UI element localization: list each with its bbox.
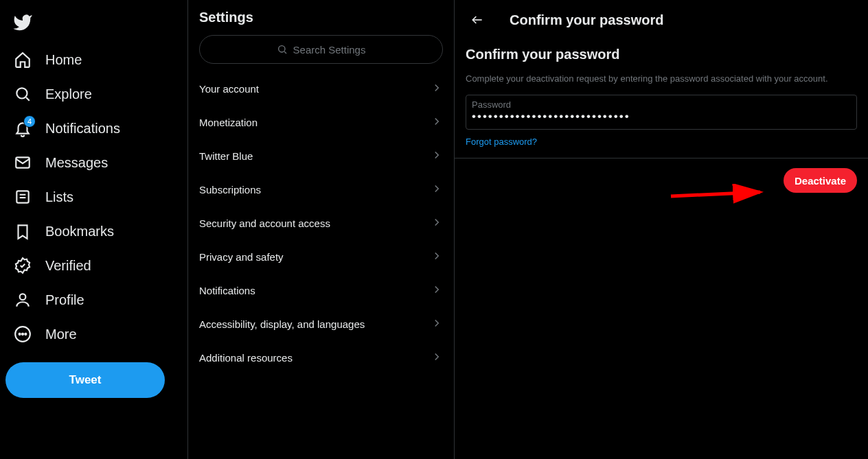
chevron-right-icon bbox=[431, 115, 443, 130]
settings-title: Settings bbox=[188, 0, 454, 35]
settings-item-label: Accessibility, display, and languages bbox=[199, 318, 365, 330]
nav-explore-label: Explore bbox=[45, 86, 92, 102]
nav-verified-label: Verified bbox=[45, 258, 91, 274]
more-icon bbox=[14, 325, 32, 343]
settings-item-label: Monetization bbox=[199, 117, 258, 128]
settings-item-label: Security and account access bbox=[199, 217, 330, 229]
list-icon bbox=[14, 188, 32, 206]
nav-lists-label: Lists bbox=[45, 189, 73, 205]
nav-bookmarks[interactable]: Bookmarks bbox=[5, 214, 182, 248]
search-settings-input[interactable]: Search Settings bbox=[199, 35, 443, 64]
nav-messages[interactable]: Messages bbox=[5, 145, 182, 180]
nav-notifications[interactable]: 4 Notifications bbox=[5, 111, 182, 145]
password-input[interactable] bbox=[472, 110, 851, 123]
nav-profile[interactable]: Profile bbox=[5, 283, 182, 317]
svg-line-12 bbox=[284, 51, 286, 54]
chevron-right-icon bbox=[431, 82, 443, 96]
svg-point-8 bbox=[19, 333, 21, 335]
nav-messages-label: Messages bbox=[45, 155, 108, 171]
nav-lists[interactable]: Lists bbox=[5, 180, 182, 214]
settings-item-label: Additional resources bbox=[199, 352, 293, 364]
settings-item-subscriptions[interactable]: Subscriptions bbox=[188, 173, 454, 207]
chevron-right-icon bbox=[431, 283, 443, 298]
settings-item-label: Notifications bbox=[199, 285, 255, 296]
twitter-logo[interactable] bbox=[5, 5, 182, 43]
nav-notifications-label: Notifications bbox=[45, 121, 120, 137]
settings-item-security[interactable]: Security and account access bbox=[188, 207, 454, 240]
home-icon bbox=[14, 51, 32, 69]
primary-nav: Home Explore 4 Notifications Messages Li… bbox=[0, 0, 188, 459]
svg-point-0 bbox=[16, 88, 27, 98]
nav-explore[interactable]: Explore bbox=[5, 77, 182, 111]
mail-icon bbox=[14, 154, 32, 172]
arrow-left-icon bbox=[470, 13, 484, 27]
detail-description: Complete your deactivation request by en… bbox=[455, 65, 868, 95]
nav-verified[interactable]: Verified bbox=[5, 248, 182, 283]
tweet-button[interactable]: Tweet bbox=[5, 362, 165, 398]
nav-profile-label: Profile bbox=[45, 292, 84, 308]
svg-point-10 bbox=[25, 333, 26, 335]
chevron-right-icon bbox=[431, 216, 443, 231]
settings-item-label: Privacy and safety bbox=[199, 251, 284, 263]
svg-point-11 bbox=[278, 46, 284, 52]
back-button[interactable] bbox=[466, 8, 489, 32]
settings-item-label: Twitter Blue bbox=[199, 150, 253, 162]
chevron-right-icon bbox=[431, 250, 443, 264]
verified-icon bbox=[14, 257, 32, 274]
chevron-right-icon bbox=[431, 351, 443, 365]
nav-home-label: Home bbox=[45, 52, 82, 68]
settings-item-privacy[interactable]: Privacy and safety bbox=[188, 240, 454, 274]
forgot-password-link[interactable]: Forgot password? bbox=[455, 130, 868, 158]
password-field-wrap[interactable]: Password bbox=[466, 95, 857, 130]
svg-point-9 bbox=[22, 333, 23, 335]
detail-subtitle: Confirm your password bbox=[455, 40, 868, 65]
svg-line-1 bbox=[26, 97, 30, 101]
person-icon bbox=[14, 291, 32, 309]
settings-item-label: Subscriptions bbox=[199, 184, 261, 196]
settings-item-twitter-blue[interactable]: Twitter Blue bbox=[188, 139, 454, 173]
deactivate-button[interactable]: Deactivate bbox=[784, 168, 857, 193]
settings-item-your-account[interactable]: Your account bbox=[188, 72, 454, 106]
nav-more-label: More bbox=[45, 327, 77, 342]
search-placeholder: Search Settings bbox=[293, 44, 366, 56]
detail-header-title: Confirm your password bbox=[510, 12, 663, 28]
settings-item-resources[interactable]: Additional resources bbox=[188, 341, 454, 375]
svg-point-6 bbox=[20, 294, 26, 300]
chevron-right-icon bbox=[431, 149, 443, 163]
search-icon bbox=[277, 44, 288, 55]
settings-item-monetization[interactable]: Monetization bbox=[188, 106, 454, 139]
nav-bookmarks-label: Bookmarks bbox=[45, 224, 114, 239]
password-label: Password bbox=[472, 99, 851, 110]
nav-more[interactable]: More bbox=[5, 317, 182, 351]
chevron-right-icon bbox=[431, 317, 443, 331]
settings-panel: Settings Search Settings Your account Mo… bbox=[188, 0, 455, 459]
chevron-right-icon bbox=[431, 183, 443, 197]
search-icon bbox=[14, 85, 32, 103]
settings-item-label: Your account bbox=[199, 83, 259, 95]
notifications-badge: 4 bbox=[23, 115, 36, 128]
settings-item-accessibility[interactable]: Accessibility, display, and languages bbox=[188, 307, 454, 341]
bell-icon: 4 bbox=[14, 119, 32, 137]
settings-item-notifications[interactable]: Notifications bbox=[188, 274, 454, 307]
bookmark-icon bbox=[14, 222, 32, 240]
detail-panel: Confirm your password Confirm your passw… bbox=[455, 0, 868, 459]
nav-home[interactable]: Home bbox=[5, 43, 182, 77]
